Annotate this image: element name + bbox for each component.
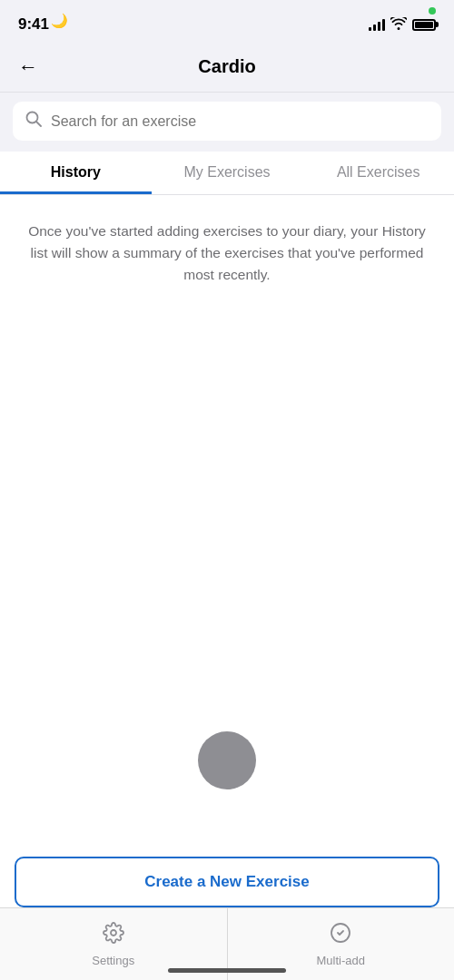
home-indicator — [168, 968, 286, 973]
settings-label: Settings — [92, 954, 134, 967]
wifi-icon — [390, 17, 407, 33]
back-button[interactable]: ← — [15, 52, 42, 83]
history-empty-message: Once you've started adding exercises to … — [0, 195, 454, 286]
search-input[interactable] — [51, 113, 429, 130]
create-button-container: Create a New Exercise — [15, 857, 439, 907]
nav-header: ← Cardio — [0, 45, 454, 93]
battery-icon — [412, 19, 436, 31]
create-exercise-button[interactable]: Create a New Exercise — [15, 857, 439, 907]
multi-add-label: Multi-add — [317, 954, 365, 967]
tab-all-exercises[interactable]: All Exercises — [302, 152, 454, 194]
dot-green — [429, 7, 436, 15]
check-circle-icon — [330, 922, 351, 949]
status-icons — [369, 17, 436, 33]
placeholder-icon — [198, 731, 256, 789]
tab-history[interactable]: History — [0, 152, 152, 194]
search-container — [0, 93, 454, 152]
gear-icon — [103, 922, 124, 949]
status-time: 9:41 — [18, 15, 49, 34]
page-title: Cardio — [198, 56, 255, 77]
moon-icon: 🌙 — [51, 13, 68, 29]
status-bar: 9:41 🌙 — [0, 0, 454, 45]
tabs-container: History My Exercises All Exercises — [0, 152, 454, 195]
search-icon — [25, 111, 42, 132]
svg-line-1 — [36, 122, 41, 126]
signal-bars-icon — [369, 18, 385, 31]
bottom-bar: Settings Multi-add — [0, 907, 454, 980]
search-box — [13, 102, 441, 141]
svg-point-2 — [111, 930, 116, 936]
main-content: Once you've started adding exercises to … — [0, 195, 454, 980]
tab-my-exercises[interactable]: My Exercises — [152, 152, 303, 194]
